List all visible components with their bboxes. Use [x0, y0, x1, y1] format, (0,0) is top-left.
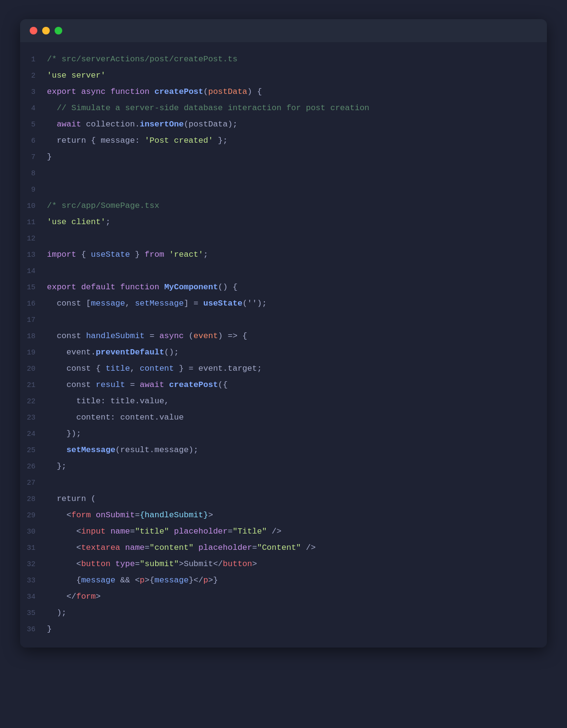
code-line: 1/* src/serverActions/post/createPost.ts: [20, 52, 547, 68]
line-content: <form onSubmit={handleSubmit}>: [47, 509, 547, 522]
line-number: 6: [20, 136, 47, 147]
line-content: </form>: [47, 590, 547, 603]
code-line: 36}: [20, 622, 547, 638]
line-number: 26: [20, 461, 47, 473]
line-content: return { message: 'Post created' };: [47, 134, 547, 147]
line-content: [47, 232, 547, 245]
line-content: <button type="submit">Submit</button>: [47, 557, 547, 570]
code-line: 3export async function createPost(postDa…: [20, 84, 547, 101]
line-number: 19: [20, 347, 47, 359]
code-line: 24 });: [20, 426, 547, 443]
line-number: 14: [20, 266, 47, 277]
line-content: [47, 167, 547, 180]
line-number: 17: [20, 315, 47, 326]
line-number: 7: [20, 152, 47, 163]
close-button[interactable]: [30, 27, 37, 34]
title-bar: [20, 19, 547, 42]
line-content: [47, 476, 547, 489]
line-content: event.preventDefault();: [47, 346, 547, 359]
line-content: export default function MyComponent() {: [47, 281, 547, 294]
line-content: content: content.value: [47, 411, 547, 424]
code-line: 18 const handleSubmit = async (event) =>…: [20, 329, 547, 345]
code-line: 9: [20, 182, 547, 198]
code-line: 17: [20, 312, 547, 329]
line-number: 20: [20, 364, 47, 375]
code-line: 26 };: [20, 459, 547, 475]
line-number: 8: [20, 168, 47, 180]
code-line: 19 event.preventDefault();: [20, 345, 547, 361]
line-number: 25: [20, 445, 47, 456]
maximize-button[interactable]: [55, 27, 62, 34]
line-content: }: [47, 150, 547, 163]
line-number: 33: [20, 575, 47, 587]
code-line: 20 const { title, content } = event.targ…: [20, 361, 547, 377]
code-line: 4 // Simulate a server-side database int…: [20, 101, 547, 117]
line-number: 35: [20, 608, 47, 619]
line-content: 'use client';: [47, 216, 547, 228]
line-content: /* src/app/SomePage.tsx: [47, 199, 547, 212]
code-line: 27: [20, 475, 547, 491]
code-line: 35 );: [20, 605, 547, 622]
line-number: 18: [20, 331, 47, 342]
line-content: [47, 313, 547, 326]
line-content: const { title, content } = event.target;: [47, 362, 547, 375]
minimize-button[interactable]: [42, 27, 50, 34]
code-line: 16 const [message, setMessage] = useStat…: [20, 296, 547, 312]
line-number: 9: [20, 184, 47, 196]
line-content: 'use server': [47, 69, 547, 82]
code-line: 31 <textarea name="content" placeholder=…: [20, 540, 547, 557]
code-line: 29 <form onSubmit={handleSubmit}>: [20, 508, 547, 524]
code-line: 7}: [20, 149, 547, 166]
line-content: [47, 183, 547, 196]
code-line: 32 <button type="submit">Submit</button>: [20, 557, 547, 573]
line-content: <textarea name="content" placeholder="Co…: [47, 541, 547, 554]
line-number: 3: [20, 87, 47, 98]
line-number: 5: [20, 119, 47, 131]
line-content: });: [47, 427, 547, 440]
line-content: title: title.value,: [47, 395, 547, 408]
line-content: const handleSubmit = async (event) => {: [47, 330, 547, 342]
line-number: 12: [20, 233, 47, 245]
code-line: 8: [20, 166, 547, 182]
code-line: 12: [20, 231, 547, 247]
code-line: 5 await collection.insertOne(postData);: [20, 117, 547, 133]
line-content: };: [47, 460, 547, 473]
line-content: await collection.insertOne(postData);: [47, 118, 547, 131]
line-content: <input name="title" placeholder="Title" …: [47, 525, 547, 538]
line-number: 10: [20, 201, 47, 212]
line-number: 34: [20, 592, 47, 603]
code-line: 23 content: content.value: [20, 410, 547, 426]
line-content: [47, 264, 547, 277]
line-number: 29: [20, 510, 47, 522]
editor-window: 1/* src/serverActions/post/createPost.ts…: [20, 19, 547, 648]
code-line: 11'use client';: [20, 215, 547, 231]
line-number: 31: [20, 543, 47, 554]
line-number: 27: [20, 478, 47, 489]
line-number: 32: [20, 559, 47, 570]
code-line: 28 return (: [20, 491, 547, 508]
code-line: 13import { useState } from 'react';: [20, 247, 547, 263]
line-content: /* src/serverActions/post/createPost.ts: [47, 53, 547, 66]
line-content: }: [47, 623, 547, 636]
line-content: );: [47, 606, 547, 619]
line-number: 23: [20, 412, 47, 424]
line-number: 28: [20, 494, 47, 505]
line-number: 11: [20, 217, 47, 228]
code-line: 2'use server': [20, 68, 547, 84]
line-number: 22: [20, 396, 47, 408]
line-number: 24: [20, 429, 47, 440]
line-content: import { useState } from 'react';: [47, 248, 547, 261]
line-content: {message && <p>{message}</p>}: [47, 574, 547, 587]
line-number: 1: [20, 54, 47, 66]
line-number: 15: [20, 282, 47, 294]
line-number: 16: [20, 298, 47, 310]
code-line: 10/* src/app/SomePage.tsx: [20, 198, 547, 215]
line-number: 30: [20, 526, 47, 538]
line-content: setMessage(result.message);: [47, 444, 547, 456]
code-line: 6 return { message: 'Post created' };: [20, 133, 547, 149]
code-line: 21 const result = await createPost({: [20, 377, 547, 394]
line-number: 4: [20, 103, 47, 114]
code-line: 25 setMessage(result.message);: [20, 443, 547, 459]
code-line: 15export default function MyComponent() …: [20, 280, 547, 296]
code-line: 33 {message && <p>{message}</p>}: [20, 573, 547, 589]
